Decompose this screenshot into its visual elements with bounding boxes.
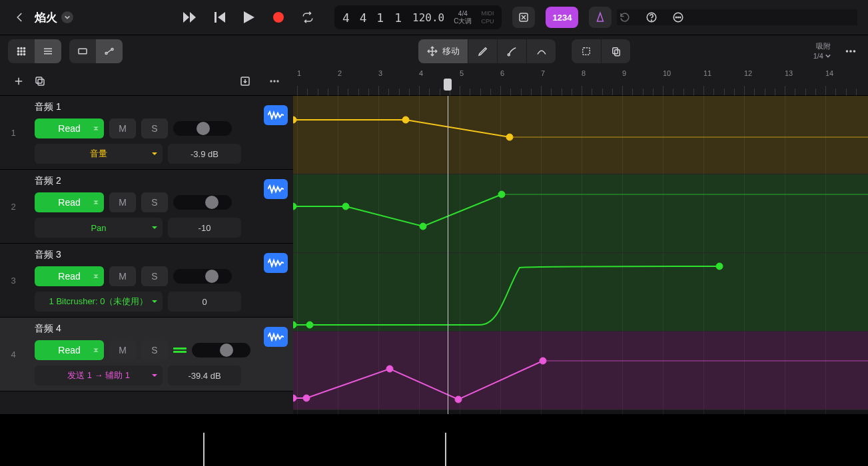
automation-lane[interactable]: [293, 174, 868, 253]
project-title: 焰火: [35, 10, 57, 25]
marquee-icon: [580, 45, 592, 57]
help-icon: [646, 11, 657, 23]
automation-mode-button[interactable]: Read: [35, 118, 104, 138]
automation-mode-button[interactable]: Read: [35, 340, 104, 360]
svg-rect-30: [583, 47, 590, 55]
automation-lane[interactable]: [293, 253, 868, 332]
count-in-button[interactable]: 1234: [546, 7, 578, 28]
track-index: 4: [0, 318, 27, 391]
pencil-tool[interactable]: [468, 39, 497, 63]
track-region[interactable]: [293, 332, 868, 409]
fader[interactable]: [173, 121, 232, 136]
marquee-tool[interactable]: [572, 39, 601, 63]
svg-point-21: [23, 53, 25, 55]
project-dropdown-icon: [61, 11, 73, 23]
undo-icon: [619, 11, 631, 23]
snap-setting[interactable]: 吸附 1/4: [813, 41, 833, 61]
automation-mode-button[interactable]: Read: [35, 192, 104, 212]
track-region[interactable]: [293, 174, 868, 252]
curve-tool[interactable]: [526, 39, 556, 63]
secondary-toolbar: 移动 吸附 1/4: [0, 35, 868, 67]
more-menu-button[interactable]: [670, 9, 686, 25]
region-view-button[interactable]: [69, 39, 96, 63]
track-more-button[interactable]: [264, 71, 285, 92]
metronome-button[interactable]: [589, 7, 612, 28]
svg-point-27: [111, 48, 113, 50]
add-track-button[interactable]: [8, 71, 29, 92]
tuner-button[interactable]: [512, 7, 535, 28]
track-row[interactable]: 2 音频 2 Read M S Pan -10: [0, 170, 293, 244]
ruler-number: 5: [460, 69, 464, 77]
track-row[interactable]: 4 音频 4 Read M S 发送 1 → 辅助 1 -39.4 dB: [0, 318, 293, 391]
import-button[interactable]: [234, 71, 256, 92]
automation-lane[interactable]: [293, 332, 868, 410]
signature-display: 4/4 C大调: [454, 10, 472, 25]
track-type-icon[interactable]: [264, 105, 288, 125]
automation-lane[interactable]: [293, 96, 868, 174]
svg-rect-2: [215, 12, 217, 23]
cycle-button[interactable]: [300, 9, 316, 25]
record-button[interactable]: [270, 9, 286, 25]
more-horizontal-icon: [268, 75, 281, 88]
track-type-icon[interactable]: [264, 327, 288, 347]
svg-point-16: [17, 50, 19, 51]
track-type-icon[interactable]: [264, 253, 288, 273]
solo-button[interactable]: S: [141, 340, 168, 360]
pencil-icon: [477, 45, 489, 57]
track-row[interactable]: 3 音频 3 Read M S 1 Bitcrusher: 0（未使用） 0: [0, 244, 293, 318]
mute-button[interactable]: M: [109, 266, 136, 286]
brush-tool[interactable]: [497, 39, 526, 63]
fader[interactable]: [173, 269, 232, 284]
playhead-handle[interactable]: [444, 79, 452, 91]
automation-param-select[interactable]: 1 Bitcrusher: 0（未使用）: [35, 292, 163, 312]
playhead[interactable]: [448, 96, 448, 414]
go-to-start-button[interactable]: [212, 9, 228, 25]
cpu-indicator: CPU: [481, 18, 494, 25]
marker[interactable]: [445, 433, 446, 466]
duplicate-track-button[interactable]: [29, 71, 51, 92]
timeline-ruler[interactable]: 1234567891011121314: [293, 67, 868, 96]
undo-button[interactable]: [617, 9, 633, 25]
fader[interactable]: [192, 343, 250, 357]
help-button[interactable]: [644, 9, 659, 25]
track-row[interactable]: 1 音频 1 Read M S 音量 -3.9 dB: [0, 96, 293, 170]
ruler-number: 8: [582, 69, 586, 77]
track-list[interactable]: 1 音频 1 Read M S 音量 -3.9 dB 2: [0, 96, 293, 414]
svg-marker-0: [183, 12, 189, 23]
solo-button[interactable]: S: [141, 266, 168, 286]
svg-rect-38: [36, 77, 42, 83]
automation-param-value: -39.4 dB: [168, 365, 241, 385]
automation-param-select[interactable]: 音量: [35, 144, 163, 164]
solo-button[interactable]: S: [141, 118, 168, 138]
automation-mode-button[interactable]: Read: [35, 266, 104, 286]
track-region[interactable]: [293, 253, 868, 331]
move-tool[interactable]: 移动: [418, 39, 468, 63]
track-region[interactable]: [293, 96, 868, 174]
fader[interactable]: [173, 195, 232, 210]
lcd-display[interactable]: 4 4 1 1 120.0 4/4 C大调 MIDI CPU: [334, 5, 502, 29]
mute-button[interactable]: M: [109, 118, 136, 138]
track-index: 2: [0, 170, 27, 243]
view-mode-segment: [8, 39, 61, 63]
mute-button[interactable]: M: [109, 192, 136, 212]
mute-button[interactable]: M: [109, 340, 136, 360]
automation-param-select[interactable]: Pan: [35, 218, 163, 238]
level-meter: [173, 343, 187, 357]
automation-param-select[interactable]: 发送 1 → 辅助 1: [35, 365, 163, 385]
track-type-icon[interactable]: [264, 179, 288, 199]
copy-tool[interactable]: [601, 39, 630, 63]
list-view-button[interactable]: [35, 39, 61, 63]
project-title-wrap[interactable]: 焰火: [35, 10, 79, 25]
fast-forward-button[interactable]: [183, 9, 199, 25]
grid-view-button[interactable]: [8, 39, 35, 63]
marker[interactable]: [203, 433, 205, 466]
select-tools: [572, 39, 630, 63]
play-button[interactable]: [241, 9, 257, 25]
solo-button[interactable]: S: [141, 192, 168, 212]
automation-lanes[interactable]: [293, 96, 868, 414]
automation-view-button[interactable]: [96, 39, 123, 63]
toolbar-more-button[interactable]: [841, 42, 860, 61]
timeline-area[interactable]: 1234567891011121314: [293, 67, 868, 414]
back-button[interactable]: [11, 8, 29, 27]
svg-point-11: [678, 17, 679, 18]
